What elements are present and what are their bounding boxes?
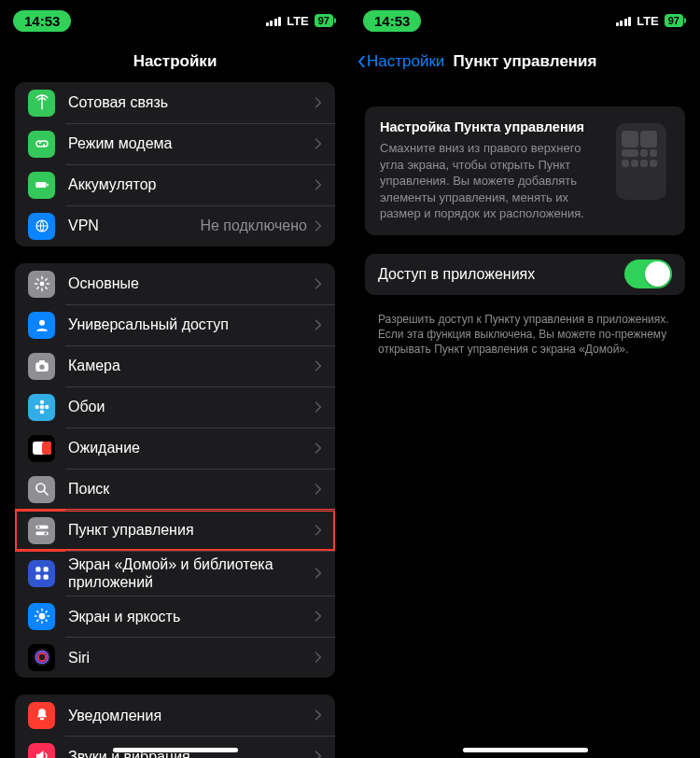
svg-rect-30 [622,131,638,147]
row-hotspot[interactable]: Режим модема [15,123,335,164]
nav-bar: Настройки [0,41,350,82]
row-siri[interactable]: Siri [15,637,335,678]
chevron-right-icon [315,277,322,290]
svg-point-8 [39,405,44,410]
svg-rect-7 [39,360,45,363]
group-connectivity: Сотовая связьРежим модемаАккумуляторVPNН… [15,82,335,246]
row-general[interactable]: Основные [15,263,335,304]
chevron-right-icon [315,483,322,496]
back-button[interactable]: Настройки [357,52,444,71]
person-icon [28,312,55,339]
info-card: Настройка Пункта управления Смахните вни… [365,106,685,235]
row-standby[interactable]: Ожидание [15,428,335,469]
svg-rect-20 [35,567,40,571]
control-center-illustration [612,119,670,204]
chevron-right-icon [315,610,322,623]
flower-icon [28,394,55,421]
signal-icon [266,15,282,26]
status-time-pill: 14:53 [363,10,421,32]
row-search[interactable]: Поиск [15,469,335,510]
svg-rect-28 [39,718,44,720]
card-heading: Настройка Пункта управления [380,119,599,134]
signal-icon [616,15,632,26]
svg-rect-34 [650,149,657,157]
row-value: Не подключено [200,218,307,234]
row-control-center[interactable]: Пункт управления [15,510,335,551]
chevron-right-icon [315,96,322,109]
svg-rect-36 [631,160,638,167]
row-label: Уведомления [68,707,315,724]
back-label: Настройки [367,52,444,71]
row-vpn[interactable]: VPNНе подключено [15,205,335,246]
home-indicator[interactable] [113,748,238,752]
svg-point-9 [39,400,44,405]
svg-point-10 [39,410,44,414]
chevron-right-icon [315,651,322,664]
chevron-right-icon [315,750,322,758]
svg-point-4 [39,320,45,326]
row-access-within-apps[interactable]: Доступ в приложениях [365,254,685,295]
status-bar: 14:53 LTE 97 [350,0,700,41]
svg-rect-37 [640,160,648,167]
svg-rect-38 [650,160,657,167]
phone-left: 14:53 LTE 97 Настройки Сотовая связьРежи… [0,0,350,758]
row-label: Siri [68,649,315,667]
row-wallpaper[interactable]: Обои [15,386,335,428]
row-cellular[interactable]: Сотовая связь [15,82,335,123]
svg-rect-1 [47,184,49,187]
svg-rect-35 [622,160,629,167]
svg-rect-0 [35,182,46,188]
svg-point-17 [36,526,39,528]
row-camera[interactable]: Камера [15,345,335,386]
nav-bar: Настройки Пункт управления [350,41,700,82]
chevron-right-icon [315,318,322,331]
status-right: LTE 97 [616,14,683,28]
search-icon [28,476,55,503]
chevron-right-icon [315,359,322,372]
row-label: Универсальный доступ [68,316,315,333]
toggle-access-within-apps[interactable] [624,260,672,288]
status-time-pill: 14:53 [13,10,71,32]
row-label: Камера [68,357,315,374]
row-label: Ожидание [68,439,315,456]
svg-point-19 [44,532,47,535]
home-indicator[interactable] [463,748,588,752]
row-label: Сотовая связь [68,93,315,111]
apps-icon [28,560,55,587]
battery-indicator: 97 [315,14,333,27]
standby-icon [28,435,55,462]
phone-right: 14:53 LTE 97 Настройки Пункт управления … [350,0,700,758]
row-home-screen[interactable]: Экран «Домой» и библиотека приложений [15,551,335,596]
row-label: Экран и яркость [68,608,315,625]
battery-icon [28,172,55,199]
svg-rect-23 [43,575,48,580]
chevron-left-icon [357,55,365,68]
chevron-right-icon [315,400,322,414]
antenna-icon [28,90,55,117]
sun-icon [28,603,55,630]
svg-rect-31 [640,131,657,147]
footer-text: Разрешить доступ к Пункту управления в п… [378,312,672,358]
sound-icon [28,743,55,758]
svg-rect-22 [35,575,40,580]
group-general: ОсновныеУниверсальный доступКамераОбоиОж… [15,263,335,678]
chevron-right-icon [315,442,322,455]
status-right: LTE 97 [266,14,333,28]
chevron-right-icon [315,178,322,191]
network-label: LTE [637,14,659,28]
bell-icon [28,702,55,729]
globe-icon [28,213,55,240]
settings-scroll[interactable]: Сотовая связьРежим модемаАккумуляторVPNН… [0,82,350,758]
row-display[interactable]: Экран и яркость [15,596,335,637]
svg-rect-32 [622,149,638,157]
svg-point-24 [38,613,45,620]
svg-rect-14 [42,442,51,455]
row-label: Поиск [68,480,315,498]
svg-rect-33 [640,149,648,157]
row-accessibility[interactable]: Универсальный доступ [15,304,335,345]
chevron-right-icon [315,219,322,232]
row-notifications[interactable]: Уведомления [15,695,335,736]
svg-rect-21 [43,567,48,571]
row-battery[interactable]: Аккумулятор [15,164,335,205]
row-label: Режим модема [68,134,315,152]
